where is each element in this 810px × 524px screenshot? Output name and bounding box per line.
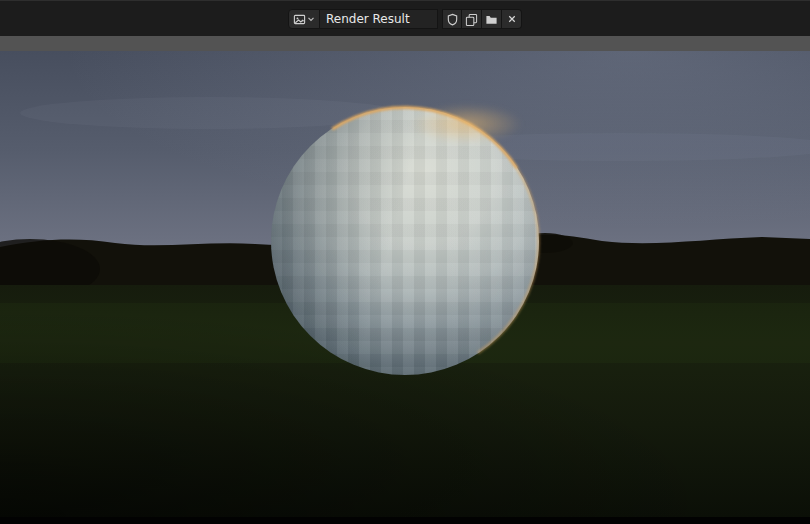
close-icon — [506, 13, 518, 25]
open-image-button[interactable] — [482, 9, 502, 29]
duplicate-icon — [465, 13, 478, 26]
shield-icon — [446, 13, 459, 26]
image-name-field[interactable]: Render Result — [320, 9, 438, 29]
new-image-button[interactable] — [462, 9, 482, 29]
image-icon — [293, 13, 306, 26]
image-datablock-selector: Render Result — [288, 9, 522, 29]
image-type-dropdown[interactable] — [288, 9, 320, 29]
fake-user-toggle[interactable] — [442, 9, 462, 29]
image-editor-window: Render Result — [0, 0, 810, 524]
render-result-viewport[interactable] — [0, 51, 810, 517]
image-editor-header: Render Result — [0, 0, 810, 36]
header-spacer-strip — [0, 36, 810, 51]
chevron-down-icon — [307, 15, 315, 23]
rendered-sphere — [271, 107, 539, 375]
bottom-edge — [0, 517, 810, 524]
unlink-button[interactable] — [502, 9, 522, 29]
folder-icon — [485, 13, 498, 26]
